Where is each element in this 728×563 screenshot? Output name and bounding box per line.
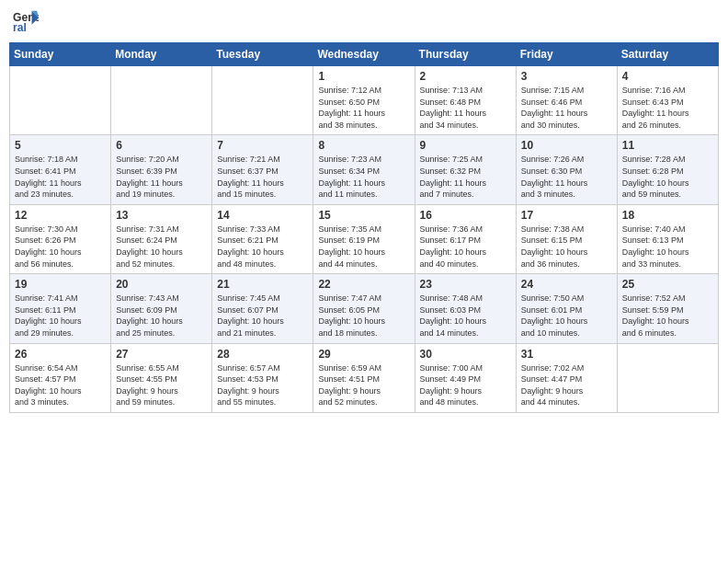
calendar-week-row: 12Sunrise: 7:30 AM Sunset: 6:26 PM Dayli… <box>10 204 719 273</box>
weekday-header-cell: Saturday <box>617 43 718 66</box>
calendar-cell: 31Sunrise: 7:02 AM Sunset: 4:47 PM Dayli… <box>516 343 617 412</box>
day-number: 16 <box>420 209 511 222</box>
day-number: 5 <box>15 139 106 152</box>
day-info: Sunrise: 6:55 AM Sunset: 4:55 PM Dayligh… <box>116 362 207 408</box>
page-header: Gene ral <box>9 9 719 35</box>
day-info: Sunrise: 7:00 AM Sunset: 4:49 PM Dayligh… <box>420 362 511 408</box>
day-info: Sunrise: 7:38 AM Sunset: 6:15 PM Dayligh… <box>521 224 612 270</box>
calendar-week-row: 26Sunrise: 6:54 AM Sunset: 4:57 PM Dayli… <box>10 343 719 412</box>
day-info: Sunrise: 7:25 AM Sunset: 6:32 PM Dayligh… <box>420 154 511 200</box>
calendar-cell: 7Sunrise: 7:21 AM Sunset: 6:37 PM Daylig… <box>212 135 313 204</box>
day-number: 3 <box>521 70 612 83</box>
calendar-cell: 5Sunrise: 7:18 AM Sunset: 6:41 PM Daylig… <box>10 135 111 204</box>
weekday-header-row: SundayMondayTuesdayWednesdayThursdayFrid… <box>10 43 719 66</box>
day-info: Sunrise: 7:20 AM Sunset: 6:39 PM Dayligh… <box>116 154 207 200</box>
calendar-cell: 26Sunrise: 6:54 AM Sunset: 4:57 PM Dayli… <box>10 343 111 412</box>
weekday-header-cell: Friday <box>516 43 617 66</box>
calendar-week-row: 1Sunrise: 7:12 AM Sunset: 6:50 PM Daylig… <box>10 66 719 135</box>
day-number: 31 <box>521 348 612 361</box>
calendar-cell: 22Sunrise: 7:47 AM Sunset: 6:05 PM Dayli… <box>313 274 415 343</box>
calendar-cell: 21Sunrise: 7:45 AM Sunset: 6:07 PM Dayli… <box>212 274 313 343</box>
day-number: 13 <box>116 209 207 222</box>
day-info: Sunrise: 7:13 AM Sunset: 6:48 PM Dayligh… <box>420 85 511 131</box>
calendar-cell: 9Sunrise: 7:25 AM Sunset: 6:32 PM Daylig… <box>415 135 516 204</box>
calendar-cell: 11Sunrise: 7:28 AM Sunset: 6:28 PM Dayli… <box>617 135 718 204</box>
day-info: Sunrise: 7:23 AM Sunset: 6:34 PM Dayligh… <box>318 154 409 200</box>
day-number: 6 <box>116 139 207 152</box>
calendar-cell: 23Sunrise: 7:48 AM Sunset: 6:03 PM Dayli… <box>415 274 516 343</box>
calendar-week-row: 5Sunrise: 7:18 AM Sunset: 6:41 PM Daylig… <box>10 135 719 204</box>
calendar-cell <box>111 66 212 135</box>
day-number: 14 <box>217 209 308 222</box>
calendar-cell: 14Sunrise: 7:33 AM Sunset: 6:21 PM Dayli… <box>212 204 313 273</box>
logo: Gene ral <box>13 9 42 35</box>
svg-text:ral: ral <box>13 21 27 34</box>
day-info: Sunrise: 7:30 AM Sunset: 6:26 PM Dayligh… <box>15 224 106 270</box>
day-info: Sunrise: 7:33 AM Sunset: 6:21 PM Dayligh… <box>217 224 308 270</box>
day-number: 11 <box>622 139 713 152</box>
weekday-header-cell: Monday <box>111 43 212 66</box>
day-number: 28 <box>217 348 308 361</box>
weekday-header-cell: Wednesday <box>313 43 415 66</box>
calendar-cell <box>617 343 718 412</box>
calendar-cell: 3Sunrise: 7:15 AM Sunset: 6:46 PM Daylig… <box>516 66 617 135</box>
calendar-cell: 2Sunrise: 7:13 AM Sunset: 6:48 PM Daylig… <box>415 66 516 135</box>
calendar-cell: 20Sunrise: 7:43 AM Sunset: 6:09 PM Dayli… <box>111 274 212 343</box>
calendar-cell: 13Sunrise: 7:31 AM Sunset: 6:24 PM Dayli… <box>111 204 212 273</box>
calendar-cell: 24Sunrise: 7:50 AM Sunset: 6:01 PM Dayli… <box>516 274 617 343</box>
day-number: 4 <box>622 70 713 83</box>
calendar-week-row: 19Sunrise: 7:41 AM Sunset: 6:11 PM Dayli… <box>10 274 719 343</box>
calendar-cell: 27Sunrise: 6:55 AM Sunset: 4:55 PM Dayli… <box>111 343 212 412</box>
day-number: 10 <box>521 139 612 152</box>
calendar-cell: 29Sunrise: 6:59 AM Sunset: 4:51 PM Dayli… <box>313 343 415 412</box>
calendar-cell: 19Sunrise: 7:41 AM Sunset: 6:11 PM Dayli… <box>10 274 111 343</box>
day-info: Sunrise: 7:18 AM Sunset: 6:41 PM Dayligh… <box>15 154 106 200</box>
day-number: 20 <box>116 278 207 291</box>
day-info: Sunrise: 7:02 AM Sunset: 4:47 PM Dayligh… <box>521 362 612 408</box>
day-info: Sunrise: 7:36 AM Sunset: 6:17 PM Dayligh… <box>420 224 511 270</box>
day-info: Sunrise: 7:52 AM Sunset: 5:59 PM Dayligh… <box>622 293 713 339</box>
calendar-cell: 30Sunrise: 7:00 AM Sunset: 4:49 PM Dayli… <box>415 343 516 412</box>
day-number: 25 <box>622 278 713 291</box>
calendar-cell: 15Sunrise: 7:35 AM Sunset: 6:19 PM Dayli… <box>313 204 415 273</box>
day-number: 15 <box>318 209 409 222</box>
calendar-cell: 16Sunrise: 7:36 AM Sunset: 6:17 PM Dayli… <box>415 204 516 273</box>
day-info: Sunrise: 7:41 AM Sunset: 6:11 PM Dayligh… <box>15 293 106 339</box>
day-info: Sunrise: 7:50 AM Sunset: 6:01 PM Dayligh… <box>521 293 612 339</box>
calendar-cell: 18Sunrise: 7:40 AM Sunset: 6:13 PM Dayli… <box>617 204 718 273</box>
calendar-cell: 10Sunrise: 7:26 AM Sunset: 6:30 PM Dayli… <box>516 135 617 204</box>
day-info: Sunrise: 7:31 AM Sunset: 6:24 PM Dayligh… <box>116 224 207 270</box>
day-number: 12 <box>15 209 106 222</box>
calendar-cell: 8Sunrise: 7:23 AM Sunset: 6:34 PM Daylig… <box>313 135 415 204</box>
calendar-cell: 6Sunrise: 7:20 AM Sunset: 6:39 PM Daylig… <box>111 135 212 204</box>
day-info: Sunrise: 6:59 AM Sunset: 4:51 PM Dayligh… <box>318 362 409 408</box>
calendar-body: 1Sunrise: 7:12 AM Sunset: 6:50 PM Daylig… <box>10 66 719 413</box>
calendar-cell: 25Sunrise: 7:52 AM Sunset: 5:59 PM Dayli… <box>617 274 718 343</box>
calendar-cell: 12Sunrise: 7:30 AM Sunset: 6:26 PM Dayli… <box>10 204 111 273</box>
calendar-cell: 17Sunrise: 7:38 AM Sunset: 6:15 PM Dayli… <box>516 204 617 273</box>
day-info: Sunrise: 7:26 AM Sunset: 6:30 PM Dayligh… <box>521 154 612 200</box>
calendar-cell: 4Sunrise: 7:16 AM Sunset: 6:43 PM Daylig… <box>617 66 718 135</box>
day-number: 24 <box>521 278 612 291</box>
day-info: Sunrise: 7:12 AM Sunset: 6:50 PM Dayligh… <box>318 85 409 131</box>
day-number: 19 <box>15 278 106 291</box>
day-number: 26 <box>15 348 106 361</box>
day-info: Sunrise: 7:48 AM Sunset: 6:03 PM Dayligh… <box>420 293 511 339</box>
day-info: Sunrise: 6:57 AM Sunset: 4:53 PM Dayligh… <box>217 362 308 408</box>
day-number: 27 <box>116 348 207 361</box>
logo-icon: Gene ral <box>13 9 39 35</box>
day-number: 18 <box>622 209 713 222</box>
day-number: 29 <box>318 348 409 361</box>
calendar-cell <box>212 66 313 135</box>
calendar-cell: 1Sunrise: 7:12 AM Sunset: 6:50 PM Daylig… <box>313 66 415 135</box>
day-number: 17 <box>521 209 612 222</box>
day-number: 30 <box>420 348 511 361</box>
day-info: Sunrise: 6:54 AM Sunset: 4:57 PM Dayligh… <box>15 362 106 408</box>
day-number: 2 <box>420 70 511 83</box>
calendar-cell <box>10 66 111 135</box>
day-info: Sunrise: 7:15 AM Sunset: 6:46 PM Dayligh… <box>521 85 612 131</box>
weekday-header-cell: Tuesday <box>212 43 313 66</box>
weekday-header-cell: Sunday <box>10 43 111 66</box>
day-info: Sunrise: 7:47 AM Sunset: 6:05 PM Dayligh… <box>318 293 409 339</box>
day-number: 9 <box>420 139 511 152</box>
